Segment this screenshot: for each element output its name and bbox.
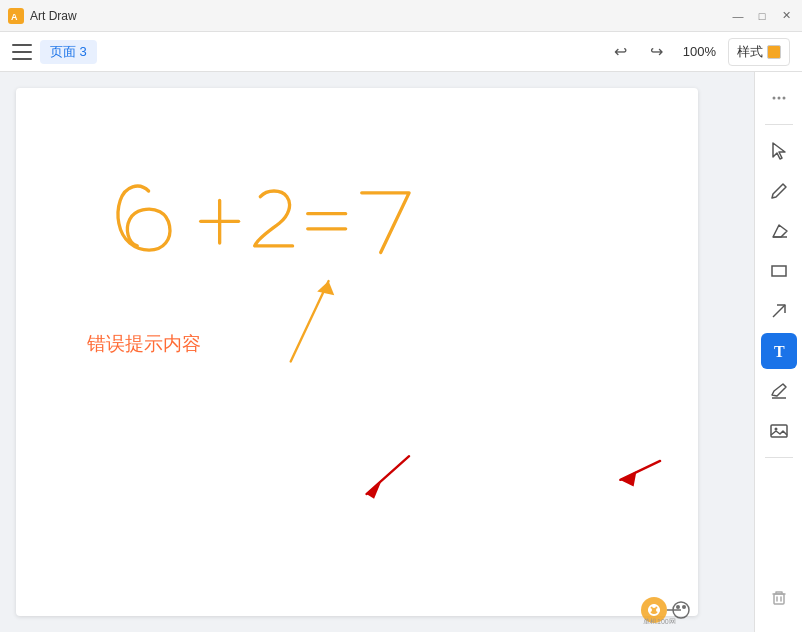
rect-icon bbox=[769, 261, 789, 281]
svg-text:A: A bbox=[11, 12, 18, 22]
svg-text:单机100网: 单机100网 bbox=[643, 618, 676, 624]
svg-rect-33 bbox=[774, 594, 784, 604]
more-icon bbox=[770, 89, 788, 107]
svg-point-16 bbox=[656, 608, 660, 612]
pen-icon bbox=[769, 181, 789, 201]
svg-line-6 bbox=[291, 281, 329, 362]
app-title: Art Draw bbox=[30, 9, 730, 23]
delete-icon bbox=[770, 589, 788, 607]
separator-1 bbox=[765, 124, 793, 125]
svg-point-24 bbox=[777, 97, 780, 100]
zoom-level: 100% bbox=[683, 44, 716, 59]
svg-marker-12 bbox=[620, 471, 636, 486]
more-options-button[interactable] bbox=[761, 80, 797, 116]
svg-rect-31 bbox=[771, 425, 787, 437]
svg-line-28 bbox=[773, 305, 785, 317]
image-tool-button[interactable] bbox=[761, 413, 797, 449]
window-controls: — □ ✕ bbox=[730, 8, 794, 24]
text-tool-button[interactable]: T bbox=[761, 333, 797, 369]
arrow-tool-button[interactable] bbox=[761, 293, 797, 329]
svg-point-20 bbox=[676, 605, 680, 609]
text-icon: T bbox=[769, 341, 789, 361]
style-label: 样式 bbox=[737, 43, 763, 61]
svg-rect-27 bbox=[772, 266, 786, 276]
maximize-button[interactable]: □ bbox=[754, 8, 770, 24]
close-button[interactable]: ✕ bbox=[778, 8, 794, 24]
canvas-area[interactable]: 错误提示内容 单机100网 bbox=[0, 72, 754, 632]
svg-point-23 bbox=[772, 97, 775, 100]
redo-button[interactable]: ↪ bbox=[643, 38, 671, 66]
svg-point-17 bbox=[652, 604, 656, 608]
watermark: 单机100网 bbox=[640, 596, 694, 624]
svg-marker-7 bbox=[317, 281, 334, 295]
annotate-icon bbox=[769, 381, 789, 401]
svg-point-21 bbox=[682, 605, 686, 609]
right-toolbar: T bbox=[754, 72, 802, 632]
undo-button[interactable]: ↩ bbox=[607, 38, 635, 66]
toolbar: 页面 3 ↩ ↪ 100% 样式 bbox=[0, 32, 802, 72]
arrow-icon bbox=[769, 301, 789, 321]
select-tool-button[interactable] bbox=[761, 133, 797, 169]
canvas-inner[interactable]: 错误提示内容 bbox=[16, 88, 698, 616]
minimize-button[interactable]: — bbox=[730, 8, 746, 24]
style-button[interactable]: 样式 bbox=[728, 38, 790, 66]
delete-button[interactable] bbox=[761, 580, 797, 616]
eraser-icon bbox=[769, 221, 789, 241]
separator-2 bbox=[765, 457, 793, 458]
drawing-canvas[interactable]: 错误提示内容 bbox=[16, 88, 698, 616]
titlebar: A Art Draw — □ ✕ bbox=[0, 0, 802, 32]
watermark-logo: 单机100网 bbox=[640, 596, 694, 624]
svg-point-15 bbox=[648, 608, 652, 612]
main-area: 错误提示内容 单机100网 bbox=[0, 72, 802, 632]
app-icon: A bbox=[8, 8, 24, 24]
annotate-tool-button[interactable] bbox=[761, 373, 797, 409]
select-icon bbox=[769, 141, 789, 161]
rect-tool-button[interactable] bbox=[761, 253, 797, 289]
menu-button[interactable] bbox=[12, 44, 32, 60]
svg-text:T: T bbox=[774, 343, 785, 360]
svg-point-25 bbox=[782, 97, 785, 100]
style-color-box bbox=[767, 45, 781, 59]
svg-text:错误提示内容: 错误提示内容 bbox=[86, 333, 201, 354]
page-badge[interactable]: 页面 3 bbox=[40, 40, 97, 64]
image-icon bbox=[769, 421, 789, 441]
pen-tool-button[interactable] bbox=[761, 173, 797, 209]
svg-line-9 bbox=[366, 456, 409, 494]
svg-point-32 bbox=[774, 428, 777, 431]
eraser-tool-button[interactable] bbox=[761, 213, 797, 249]
